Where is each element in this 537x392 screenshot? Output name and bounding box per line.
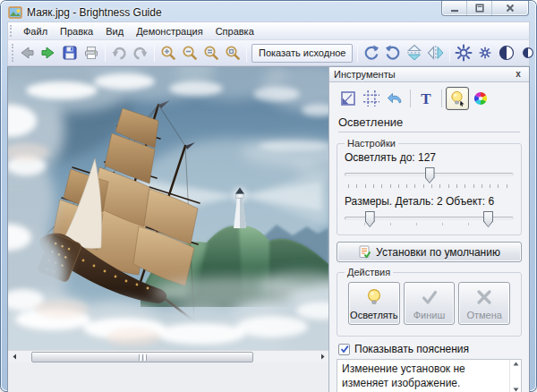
toolbar-grip — [12, 44, 13, 62]
defaults-icon — [358, 245, 371, 259]
menu-file[interactable]: Файл — [17, 24, 54, 38]
check-icon — [420, 287, 439, 307]
print-icon[interactable] — [81, 42, 102, 64]
svg-text:T: T — [421, 90, 431, 107]
rotate-cw-icon[interactable] — [361, 42, 382, 64]
maximize-button[interactable] — [467, 1, 492, 15]
contrast-small-icon[interactable] — [517, 42, 537, 64]
scrollbar-thumb[interactable] — [31, 352, 253, 362]
toolbar-separator — [449, 44, 450, 62]
toolbar-separator — [357, 44, 358, 62]
menu-help[interactable]: Справка — [209, 24, 260, 38]
horizontal-scrollbar[interactable] — [8, 350, 328, 362]
check-mark-icon — [340, 345, 349, 354]
flip-horizontal-icon[interactable] — [425, 42, 447, 64]
show-hints-row: Показывать пояснения — [338, 343, 520, 355]
scroll-up-icon[interactable] — [513, 362, 519, 366]
zoom-out-icon[interactable] — [179, 42, 200, 64]
rotate-ccw-icon[interactable] — [382, 42, 404, 64]
cancel-action-label: Отмена — [466, 310, 501, 320]
brightness-small-icon[interactable] — [474, 42, 496, 64]
lighten-tool-icon[interactable] — [446, 87, 469, 110]
app-window: Маяк.jpg - Brightness Guide Файл Правка … — [1, 1, 536, 391]
finish-action-button[interactable]: Финиш — [404, 282, 456, 325]
lighten-slider[interactable] — [345, 166, 514, 184]
x-icon — [474, 287, 494, 307]
titlebar[interactable]: Маяк.jpg - Brightness Guide — [1, 1, 536, 21]
scroll-down-icon[interactable] — [513, 388, 519, 392]
panel-toolbar-separator — [441, 89, 442, 107]
lighten-action-button[interactable]: Осветлять — [348, 282, 400, 325]
settings-legend: Настройки — [345, 138, 398, 149]
color-wheel-icon[interactable] — [469, 87, 492, 110]
lighten-action-label: Осветлять — [350, 310, 397, 320]
show-hints-label: Показывать пояснения — [354, 343, 469, 355]
menu-view[interactable]: Вид — [99, 24, 130, 38]
menubar: Файл Правка Вид Демонстрация Справка — [7, 21, 530, 39]
defaults-button-label: Установки по умолчанию — [376, 246, 500, 259]
menu-demo[interactable]: Демонстрация — [130, 24, 209, 38]
show-original-button[interactable]: Показать исходное — [251, 44, 353, 63]
image-canvas[interactable] — [8, 67, 328, 350]
client-area: Инструменты x T — [7, 66, 530, 392]
undo-tool-icon[interactable] — [383, 87, 406, 110]
panel-close-icon[interactable]: x — [512, 69, 524, 81]
hint-scrollbar — [509, 360, 521, 392]
actions-group: Действия Осветлять Финиш Отмена — [337, 267, 522, 337]
contrast-large-icon[interactable] — [496, 42, 517, 64]
window-controls — [441, 1, 529, 16]
lighten-to-label: Осветлять до: 127 — [345, 151, 514, 164]
redo-icon[interactable] — [130, 42, 151, 64]
zoom-actual-icon[interactable] — [200, 42, 222, 64]
section-title: Осветление — [338, 115, 520, 132]
defaults-button[interactable]: Установки по умолчанию — [337, 242, 522, 262]
flip-vertical-icon[interactable] — [404, 42, 425, 64]
lighten-slider-ticks — [348, 184, 510, 188]
hint-textbox: Изменение установок не изменяет изображе… — [337, 359, 522, 392]
menu-edit[interactable]: Правка — [54, 24, 99, 38]
panel-header[interactable]: Инструменты x — [329, 67, 529, 82]
text-tool-icon[interactable]: T — [414, 87, 438, 110]
undo-icon[interactable] — [108, 42, 130, 64]
menubar-grip — [10, 25, 14, 37]
sizes-slider-ticks — [364, 223, 494, 226]
toolbar-separator — [105, 44, 106, 62]
panel-toolbar: T — [329, 82, 529, 113]
zoom-in-icon[interactable] — [158, 42, 179, 64]
show-hints-checkbox[interactable] — [338, 344, 350, 355]
lighten-slider-thumb[interactable] — [425, 167, 435, 183]
hint-text: Изменение установок не изменяет изображе… — [342, 362, 465, 389]
cancel-action-button[interactable]: Отмена — [458, 282, 510, 325]
sizes-slider[interactable] — [345, 210, 514, 228]
minimize-button[interactable] — [442, 1, 467, 15]
resize-icon[interactable] — [337, 87, 360, 110]
back-icon[interactable] — [16, 42, 38, 64]
window-title: Маяк.jpg - Brightness Guide — [27, 6, 162, 19]
close-button[interactable] — [492, 1, 528, 15]
crop-icon[interactable] — [360, 87, 383, 110]
app-icon — [8, 5, 22, 20]
brightness-large-icon[interactable] — [453, 42, 474, 64]
zoom-fit-icon[interactable] — [222, 42, 243, 64]
toolbar-separator — [154, 44, 155, 62]
settings-group: Настройки Осветлять до: 127 Размеры. Дет… — [337, 138, 522, 235]
bulb-icon — [364, 287, 384, 307]
finish-action-label: Финиш — [413, 310, 446, 320]
toolbar-separator — [246, 44, 247, 62]
panel-toolbar-separator — [410, 89, 411, 107]
actions-legend: Действия — [345, 267, 393, 277]
panel-title: Инструменты — [334, 69, 396, 80]
image-column — [8, 67, 328, 392]
forward-icon[interactable] — [38, 42, 59, 64]
sizes-label: Размеры. Деталь: 2 Объект: 6 — [345, 195, 514, 208]
toolbar: Показать исходное » — [7, 39, 530, 66]
tools-panel: Инструменты x T — [328, 67, 529, 392]
scroll-right-icon[interactable] — [316, 351, 328, 363]
save-icon[interactable] — [59, 42, 81, 64]
scroll-left-icon[interactable] — [8, 351, 21, 363]
